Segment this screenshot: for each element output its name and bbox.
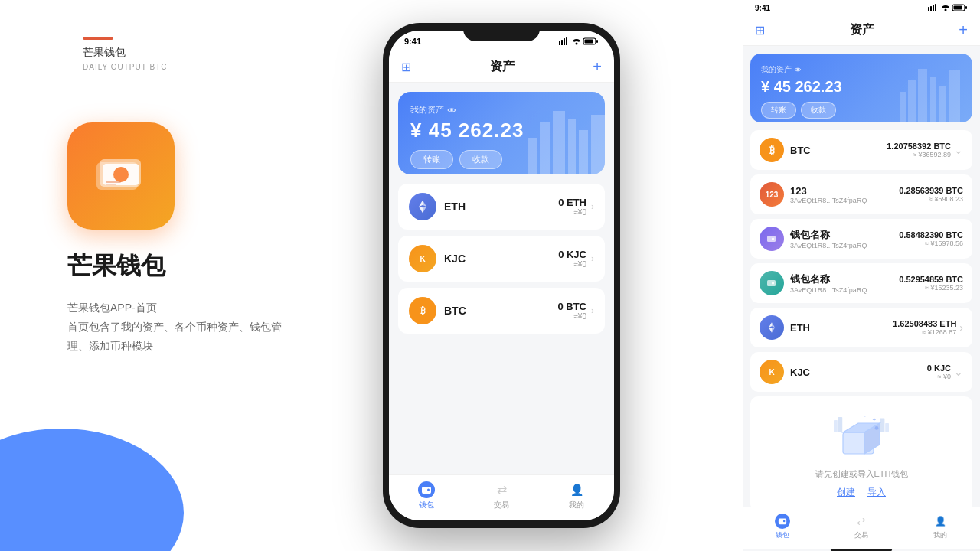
eth-placeholder-links: 创建 导入 — [837, 486, 886, 499]
right-coin-item-kjc[interactable]: K KJC 0 KJC ≈ ¥0 ⌄ — [750, 352, 972, 392]
svg-point-59 — [875, 426, 879, 430]
svg-marker-21 — [423, 201, 426, 207]
right-coin-item-eth[interactable]: ETH 1.62508483 ETH ≈ ¥1268.87 › — [750, 308, 972, 347]
svg-rect-19 — [579, 130, 588, 174]
svg-rect-42 — [767, 236, 776, 242]
right-kjc-amount: 0 KJC — [927, 364, 951, 373]
right-nav-item-transactions[interactable]: ⇄ 交易 — [854, 514, 869, 540]
right-kjc-approx: ≈ ¥0 — [927, 373, 951, 380]
btc-amount: 0 BTC — [557, 301, 586, 312]
coin-item-kjc[interactable]: K KJC 0 KJC ≈¥0 › — [398, 236, 605, 282]
profile-nav-icon: 👤 — [568, 481, 585, 498]
status-time: 9:41 — [404, 37, 421, 46]
import-wallet-link[interactable]: 导入 — [867, 486, 886, 499]
svg-point-3 — [113, 167, 129, 182]
add-icon[interactable]: + — [593, 58, 602, 76]
svg-rect-15 — [528, 138, 537, 174]
right-status-icons — [928, 4, 968, 11]
right-transfer-button[interactable]: 转账 — [761, 102, 796, 119]
right-transaction-nav-icon: ⇄ — [854, 514, 869, 529]
app-desc-line2: 首页包含了我的资产、各个币种资产、钱包管 — [67, 318, 282, 337]
transfer-button[interactable]: 转账 — [410, 150, 453, 169]
right-asset-card: 我的资产 ¥ 45 262.23 转账 收款 — [750, 54, 972, 122]
wallet-nav-icon — [418, 481, 435, 498]
svg-marker-47 — [769, 322, 772, 328]
app-icon-graphic — [90, 145, 152, 207]
right-bottom-nav: 钱包 ⇄ 交易 👤 我的 — [743, 507, 980, 549]
right-kjc-name: KJC — [790, 367, 810, 378]
right-nav-item-wallet[interactable]: 钱包 — [775, 514, 790, 540]
kjc-name: KJC — [444, 253, 466, 265]
red-accent-decoration — [83, 37, 113, 40]
coin-list: ETH 0 ETH ≈¥0 › K KJC — [389, 184, 614, 334]
right-header: ⊞ 资产 + — [743, 15, 980, 46]
nav-wallet-label: 钱包 — [419, 500, 434, 510]
right-eth-chevron-icon: › — [959, 321, 963, 334]
right-eth-amount: 1.62508483 ETH — [893, 319, 956, 328]
right-add-icon[interactable]: + — [959, 21, 968, 39]
svg-point-31 — [945, 9, 947, 11]
right-btc-approx: ≈ ¥36592.89 — [887, 151, 951, 158]
svg-marker-46 — [772, 322, 775, 328]
right-kjc-icon: K — [760, 360, 784, 384]
svg-rect-36 — [900, 92, 906, 122]
right-eth-name: ETH — [790, 322, 810, 334]
right-coin-item-wallet1[interactable]: 钱包名称 3AvEQt1R8...TsZ4fpaRQ 0.58482390 BT… — [750, 219, 972, 259]
svg-rect-13 — [596, 40, 598, 43]
svg-rect-20 — [591, 115, 605, 174]
phone-header-title: 资产 — [490, 59, 514, 75]
right-123-icon: 123 — [760, 182, 784, 207]
svg-rect-53 — [834, 420, 838, 432]
phone-header: ⊞ 资产 + — [389, 52, 614, 83]
right-content: 我的资产 ¥ 45 262.23 转账 收款 ₿ BTC — [743, 46, 980, 507]
coin-item-btc[interactable]: ₿ BTC 0 BTC ≈¥0 › — [398, 288, 605, 334]
transaction-nav-icon: ⇄ — [493, 481, 510, 498]
right-nav-wallet-label: 钱包 — [776, 530, 789, 540]
right-wallet1-icon — [760, 227, 784, 251]
asset-card: 我的资产 ¥ 45 262.23 转账 收款 — [398, 92, 605, 174]
right-coin-item-btc[interactable]: ₿ BTC 1.20758392 BTC ≈ ¥36592.89 ⌄ — [750, 130, 972, 170]
eth-placeholder-card: + · 请先创建或导入ETH钱包 创建 导入 — [750, 396, 972, 507]
right-grid-icon[interactable]: ⊞ — [755, 23, 765, 37]
svg-rect-44 — [767, 280, 776, 286]
right-nav-transaction-label: 交易 — [854, 530, 868, 540]
left-panel: 芒果钱包 DAILY OUTPUT BTC 芒果钱包 芒果钱包APP-首页 首页… — [0, 0, 413, 551]
svg-point-10 — [576, 43, 578, 45]
status-icons — [559, 37, 599, 45]
right-nav-profile-label: 我的 — [933, 530, 947, 540]
nav-item-wallet[interactable]: 钱包 — [418, 481, 435, 510]
receive-button[interactable]: 收款 — [459, 150, 502, 169]
grid-icon[interactable]: ⊞ — [401, 60, 411, 74]
svg-rect-5 — [106, 184, 116, 185]
right-coin-item-wallet2[interactable]: 钱包名称 3AvEQt1R8...TsZ4fpaRQ 0.52954859 BT… — [750, 263, 972, 303]
svg-point-35 — [797, 69, 799, 71]
eth-arrow-icon: › — [591, 201, 594, 212]
right-receive-button[interactable]: 收款 — [801, 102, 836, 119]
svg-text:·: · — [864, 414, 866, 419]
phone-bottom-nav: 钱包 ⇄ 交易 👤 我的 — [389, 474, 614, 520]
nav-item-profile[interactable]: 👤 我的 — [568, 481, 585, 510]
svg-rect-39 — [930, 77, 936, 122]
right-btc-chevron-icon: ⌄ — [954, 144, 963, 156]
svg-rect-37 — [908, 80, 916, 122]
right-profile-nav-icon: 👤 — [933, 514, 948, 529]
coin-item-eth[interactable]: ETH 0 ETH ≈¥0 › — [398, 184, 605, 230]
app-desc-line3: 理、添加币种模块 — [67, 337, 282, 356]
create-wallet-link[interactable]: 创建 — [837, 486, 855, 499]
app-desc-line1: 芒果钱包APP-首页 — [67, 298, 282, 318]
right-nav-item-profile[interactable]: 👤 我的 — [933, 514, 948, 540]
svg-rect-16 — [540, 122, 550, 174]
eth-placeholder-text: 请先创建或导入ETH钱包 — [815, 468, 908, 480]
nav-item-transactions[interactable]: ⇄ 交易 — [493, 481, 510, 510]
right-wallet1-name: 钱包名称 — [790, 228, 867, 242]
phone-mockup: 9:41 ⊞ 资产 + 我的资产 ¥ 45 262.23 — [383, 23, 620, 528]
app-description: 芒果钱包APP-首页 首页包含了我的资产、各个币种资产、钱包管 理、添加币种模块 — [67, 298, 282, 357]
svg-rect-41 — [949, 70, 960, 122]
app-icon — [67, 122, 175, 230]
eth-name: ETH — [444, 201, 466, 213]
right-btc-amount: 1.20758392 BTC — [887, 142, 951, 151]
svg-marker-48 — [772, 328, 775, 333]
right-coin-item-123[interactable]: 123 123 3AvEQt1R8...TsZ4fpaRQ 0.28563939… — [750, 174, 972, 214]
btc-approx: ≈¥0 — [557, 312, 586, 321]
brand-sub: DAILY OUTPUT BTC — [83, 63, 167, 71]
